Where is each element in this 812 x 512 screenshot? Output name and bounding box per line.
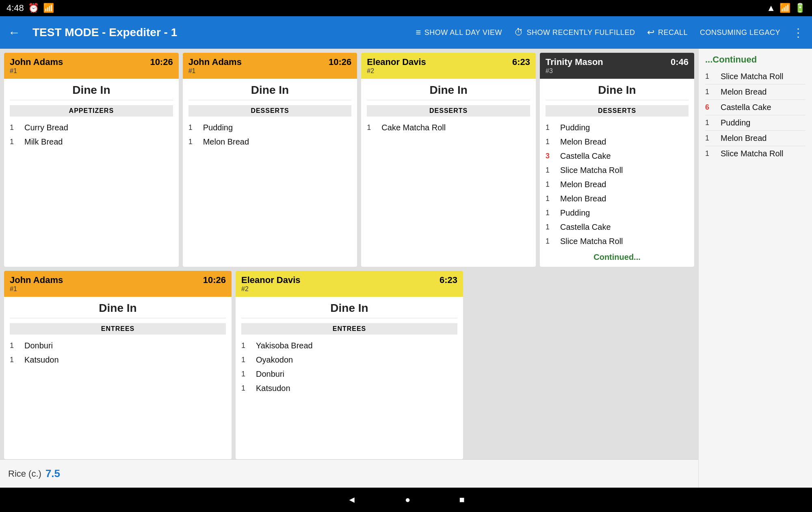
qty: 1 <box>10 341 18 350</box>
order-item: 1 Pudding <box>546 121 689 135</box>
timer: 0:46 <box>671 57 689 67</box>
order-num: #1 <box>10 67 63 75</box>
qty: 1 <box>10 138 18 146</box>
continued-title: ...Continued <box>705 54 806 65</box>
consuming-legacy-button[interactable]: CONSUMING LEGACY <box>700 28 780 37</box>
card-header-trinity: Trinity Mason #3 0:46 <box>540 53 694 79</box>
item-name: Slice Matcha Roll <box>721 149 784 158</box>
dine-in-label: Dine In <box>546 84 689 100</box>
section-header-entrees: ENTREES <box>10 323 226 335</box>
dine-in-label: Dine In <box>10 302 226 318</box>
card-header-john-adams-1: John Adams #1 10:26 <box>4 53 179 79</box>
order-item: 1 Melon Bread <box>188 135 352 149</box>
qty: 1 <box>241 341 249 350</box>
order-card-john-adams-appetizers: John Adams #1 10:26 Dine In APPETIZERS 1… <box>4 53 179 267</box>
show-all-day-view-button[interactable]: ≡ SHOW ALL DAY VIEW <box>416 27 502 38</box>
order-item: 1 Milk Bread <box>10 135 173 149</box>
card-header-right: 10:26 <box>203 275 226 285</box>
order-card-eleanor-davis-desserts: Eleanor Davis #2 6:23 Dine In DESSERTS 1… <box>361 53 536 267</box>
status-bar: 4:48 ⏰ 📶 ▲ 📶 🔋 <box>0 0 812 16</box>
continued-item: 1 Melon Bread <box>705 131 806 146</box>
card-body: Dine In DESSERTS 1 Pudding 1 Melon Bread <box>183 79 357 267</box>
show-all-day-label: SHOW ALL DAY VIEW <box>424 28 502 37</box>
order-item: 3 Castella Cake <box>546 149 689 163</box>
order-item: 1 Pudding <box>188 121 352 135</box>
recall-button[interactable]: ↩ RECALL <box>647 27 688 38</box>
section-header-appetizers: APPETIZERS <box>10 105 173 117</box>
back-button[interactable]: ← <box>8 26 20 39</box>
android-back-button[interactable]: ◄ <box>347 495 356 505</box>
order-card-john-adams-entrees: John Adams #1 10:26 Dine In ENTREES 1 Do… <box>4 271 232 459</box>
order-card-john-adams-desserts: John Adams #1 10:26 Dine In DESSERTS 1 P… <box>183 53 357 267</box>
timer: 10:26 <box>203 275 226 285</box>
customer-name: John Adams <box>10 57 63 67</box>
continued-item: 1 Slice Matcha Roll <box>705 69 806 84</box>
item-name: Castella Cake <box>560 223 611 232</box>
order-card-trinity-mason: Trinity Mason #3 0:46 Dine In DESSERTS 1… <box>540 53 694 267</box>
order-num: #1 <box>188 67 242 75</box>
qty: 1 <box>241 356 249 364</box>
bottom-bar: Rice (c.) 7.5 <box>0 459 698 488</box>
item-name: Slice Matcha Roll <box>560 166 623 175</box>
order-item: 1 Melon Bread <box>546 192 689 206</box>
card-body: Dine In DESSERTS 1 Cake Matcha Roll <box>361 79 536 267</box>
item-name: Pudding <box>203 123 233 132</box>
battery-icon: 🔋 <box>795 3 806 13</box>
android-recent-button[interactable]: ■ <box>459 495 464 505</box>
show-recently-label: SHOW RECENTLY FULFILLED <box>527 28 635 37</box>
qty: 1 <box>10 123 18 132</box>
continued-item: 1 Pudding <box>705 115 806 131</box>
wifi-icon: ▲ <box>767 3 775 13</box>
qty: 1 <box>546 138 554 146</box>
recall-icon: ↩ <box>647 27 655 38</box>
cards-area: John Adams #1 10:26 Dine In APPETIZERS 1… <box>0 49 698 488</box>
order-num: #2 <box>367 67 426 75</box>
more-options-button[interactable]: ⋮ <box>793 26 804 39</box>
qty-red: 3 <box>546 152 554 160</box>
order-item: 1 Yakisoba Bread <box>241 339 457 353</box>
bottom-bar-value: 7.5 <box>45 467 60 480</box>
nav-actions: ≡ SHOW ALL DAY VIEW ⏱ SHOW RECENTLY FULF… <box>416 26 804 39</box>
show-recently-fulfilled-button[interactable]: ⏱ SHOW RECENTLY FULFILLED <box>514 27 635 38</box>
card-header-left: Trinity Mason #3 <box>546 57 603 75</box>
order-item: 1 Pudding <box>546 206 689 220</box>
customer-name: John Adams <box>10 275 63 285</box>
card-body: Dine In DESSERTS 1 Pudding 1 Melon Bread… <box>540 79 694 267</box>
continued-inside-label: Continued... <box>546 248 689 262</box>
continued-item: 1 Melon Bread <box>705 84 806 100</box>
order-item: 1 Cake Matcha Roll <box>367 121 530 135</box>
customer-name: Eleanor Davis <box>241 275 301 285</box>
qty: 1 <box>241 384 249 393</box>
timer: 6:23 <box>512 57 530 67</box>
qty: 1 <box>705 88 715 96</box>
qty: 1 <box>705 72 715 81</box>
recall-label: RECALL <box>658 28 688 37</box>
bottom-bar-label: Rice (c.) <box>8 469 41 479</box>
timer: 6:23 <box>440 275 457 285</box>
qty: 1 <box>546 194 554 203</box>
cards-top-row: John Adams #1 10:26 Dine In APPETIZERS 1… <box>0 49 698 269</box>
timer: 10:26 <box>329 57 351 67</box>
item-name: Pudding <box>721 118 750 127</box>
order-item: 1 Melon Bread <box>546 177 689 192</box>
customer-name: Trinity Mason <box>546 57 603 67</box>
card-header-right: 10:26 <box>329 57 351 67</box>
qty: 1 <box>546 166 554 175</box>
card-header-right: 0:46 <box>671 57 689 67</box>
qty: 1 <box>10 356 18 364</box>
item-name: Pudding <box>560 208 590 218</box>
android-home-button[interactable]: ● <box>405 495 410 505</box>
item-name: Donburi <box>256 369 284 379</box>
item-name: Slice Matcha Roll <box>721 72 784 81</box>
nav-title: TEST MODE - Expediter - 1 <box>32 26 407 39</box>
card-body: Dine In ENTREES 1 Donburi 1 Katsudon <box>4 297 232 459</box>
dine-in-label: Dine In <box>188 84 352 100</box>
card-header-left: Eleanor Davis #2 <box>367 57 426 75</box>
card-header-left: John Adams #1 <box>10 57 63 75</box>
item-name: Melon Bread <box>721 134 767 143</box>
section-header-desserts: DESSERTS <box>188 105 352 117</box>
card-header-left: Eleanor Davis #2 <box>241 275 301 293</box>
order-item: 1 Curry Bread <box>10 121 173 135</box>
item-name: Pudding <box>560 123 590 132</box>
card-header-eleanor-entrees: Eleanor Davis #2 6:23 <box>236 271 463 297</box>
